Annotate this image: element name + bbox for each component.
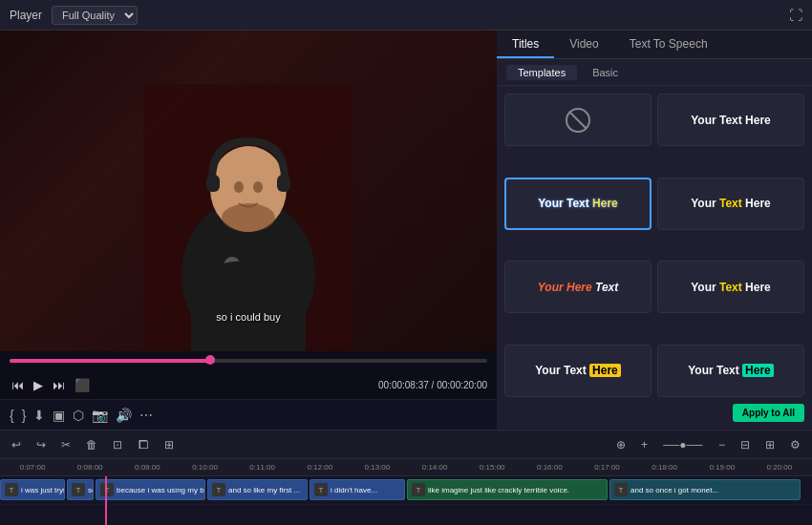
template-content1[interactable]: Your Text Here (504, 345, 652, 397)
mark-in-btn[interactable]: { (10, 408, 14, 423)
sub-tab-basic[interactable]: Basic (581, 65, 630, 80)
undo-btn[interactable]: ↩ (8, 436, 25, 453)
ruler-mark: 0:12:00 (291, 463, 349, 472)
progress-bar[interactable] (10, 359, 487, 363)
main-content: so i could buy ⏮ ▶ ⏭ ⬛ 00:00:08:37 / 00:… (0, 31, 812, 430)
zoom-in-btn[interactable]: + (637, 436, 652, 453)
clip-label: i was just trying... (21, 486, 65, 494)
ripple-btn[interactable]: ⊡ (109, 436, 126, 453)
playhead (105, 476, 107, 525)
player-label: Player (10, 9, 42, 22)
track-clip[interactable]: T so i cou... (67, 479, 94, 500)
track-clip[interactable]: T because i was using my bro... (96, 479, 205, 500)
ruler-mark: 0:14:00 (406, 463, 463, 472)
svg-point-6 (253, 181, 263, 193)
quality-select[interactable]: Full Quality 1/2 Quality 1/4 Quality (52, 6, 138, 25)
template-plain[interactable]: Your Text Here (657, 94, 804, 146)
template-content1-text: Your Text Here (535, 364, 621, 377)
clip-icon: T (614, 483, 628, 496)
timeline-tracks: T i was just trying... T so i cou... T b… (0, 476, 812, 525)
track-clip[interactable]: T i was just trying... (0, 479, 65, 500)
template-none[interactable] (504, 94, 652, 146)
clip-icon: T (212, 483, 225, 496)
delete-btn[interactable]: 🗑 (82, 436, 101, 453)
svg-point-5 (234, 181, 244, 193)
time-display: 00:00:08:37 / 00:00:20:00 (378, 380, 487, 390)
svg-point-7 (222, 203, 275, 232)
video-container: so i could buy (0, 31, 497, 351)
clip-icon: T (412, 483, 425, 496)
overwrite-btn[interactable]: ⬡ (73, 408, 84, 423)
template-italic-pink-text: Your Here Text (538, 281, 618, 294)
right-panel: Titles Video Text To Speech Templates Ba… (497, 31, 812, 430)
more-tl-btn[interactable]: ⊞ (160, 436, 178, 453)
clip-btn[interactable]: ⧠ (134, 436, 153, 453)
prev-frame-btn[interactable]: ⏮ (10, 376, 26, 394)
template-white-yellow[interactable]: Your Text Here (657, 178, 804, 230)
player-area: so i could buy ⏮ ▶ ⏭ ⬛ 00:00:08:37 / 00:… (0, 31, 497, 430)
clip-icon: T (5, 483, 18, 496)
template-outlined-text: Your Text Here (538, 197, 618, 210)
grid-btn[interactable]: ⊞ (761, 436, 779, 453)
ruler-mark: 0:09:00 (118, 463, 176, 472)
tab-text-to-speech[interactable]: Text To Speech (614, 31, 723, 58)
svg-rect-3 (206, 175, 220, 192)
template-white-yellow2[interactable]: Your Text Here (657, 261, 804, 313)
ruler-mark: 0:13:00 (349, 463, 406, 472)
stop-btn[interactable]: ⬛ (73, 376, 92, 394)
subtitle-text: so i could buy (216, 311, 280, 323)
ruler-mark: 0:18:00 (636, 463, 694, 472)
clip-label: and so like my first ... (228, 486, 300, 494)
track-clip[interactable]: T like imagine just like crackly terribl… (407, 479, 608, 500)
clip-label: because i was using my bro... (117, 486, 205, 494)
template-white-yellow-text: Your Text Here (691, 197, 771, 210)
settings-btn[interactable]: ⚙ (786, 436, 804, 453)
clip-icon: T (72, 483, 85, 496)
template-outlined-selected[interactable]: Your Text Here (504, 178, 652, 230)
fit-btn[interactable]: ⊟ (737, 436, 754, 453)
ruler-marks: 0:07:00 0:08:00 0:09:00 0:10:00 0:11:00 … (4, 463, 808, 472)
ruler-mark: 0:20:00 (751, 463, 808, 472)
template-plain-text: Your Text Here (691, 114, 771, 127)
more-btn[interactable]: ⋯ (139, 408, 153, 423)
ruler-mark: 0:15:00 (463, 463, 521, 472)
play-btn[interactable]: ▶ (32, 376, 45, 394)
split-btn[interactable]: ✂ (57, 436, 75, 453)
template-teal[interactable]: Your Text Here (657, 345, 804, 397)
video-frame: so i could buy (0, 31, 497, 351)
insert-btn[interactable]: ▣ (53, 408, 65, 423)
zoom-out-btn[interactable]: − (715, 436, 729, 453)
fullscreen-icon[interactable]: ⛶ (789, 8, 802, 23)
ruler-mark: 0:17:00 (578, 463, 635, 472)
timeline-ruler: 0:07:00 0:08:00 0:09:00 0:10:00 0:11:00 … (0, 459, 812, 476)
next-frame-btn[interactable]: ⏭ (51, 376, 67, 394)
ruler-mark: 0:16:00 (521, 463, 578, 472)
clip-label: and so once i got monet... (630, 486, 718, 494)
clip-label: so i cou... (88, 486, 94, 494)
track-clip[interactable]: T i didn't have... (310, 479, 405, 500)
audio-btn[interactable]: 🔊 (116, 408, 132, 423)
track-clip[interactable]: T and so like my first ... (207, 479, 308, 500)
template-white-yellow2-text: Your Text Here (691, 281, 771, 294)
magnet-btn[interactable]: ⊕ (612, 436, 630, 453)
tab-video[interactable]: Video (554, 31, 613, 58)
total-time: 00:00:20:00 (437, 380, 487, 390)
no-style-icon (565, 107, 591, 134)
template-italic-pink[interactable]: Your Here Text (504, 261, 652, 313)
track-clip[interactable]: T and so once i got monet... (609, 479, 801, 500)
sub-tab-templates[interactable]: Templates (506, 65, 577, 80)
snapshot-btn[interactable]: 📷 (92, 408, 108, 423)
extract-btn[interactable]: ⬇ (33, 408, 45, 423)
ruler-mark: 0:08:00 (61, 463, 118, 472)
zoom-slider[interactable]: ──●── (659, 436, 707, 453)
progress-area (0, 351, 497, 370)
tab-titles[interactable]: Titles (497, 31, 554, 58)
template-teal-text: Your Text Here (688, 364, 774, 377)
apply-all-button[interactable]: Apply to All (733, 404, 804, 422)
progress-fill (10, 359, 210, 363)
svg-line-11 (569, 112, 587, 129)
mark-out-btn[interactable]: } (22, 408, 27, 423)
timeline-area: ↩ ↪ ✂ 🗑 ⊡ ⧠ ⊞ ⊕ + ──●── − ⊟ ⊞ ⚙ 0:07:00 … (0, 430, 812, 525)
clip-label: like imagine just like crackly terrible … (428, 486, 569, 494)
redo-btn[interactable]: ↪ (32, 436, 50, 453)
